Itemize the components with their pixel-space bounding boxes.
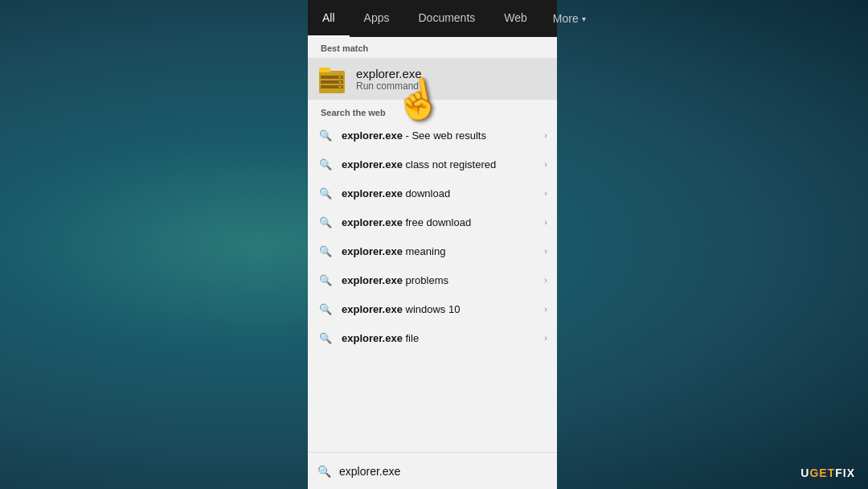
result-text-7: explorer.exe file — [342, 332, 541, 344]
result-text-1: explorer.exe class not registered — [342, 158, 541, 171]
search-bar-icon: 🔍 — [317, 465, 331, 478]
result-text-2: explorer.exe download — [342, 187, 541, 199]
best-match-text: explorer.exe Run command — [356, 67, 547, 92]
search-icon-0: 🔍 — [317, 127, 334, 143]
result-text-6: explorer.exe windows 10 — [342, 303, 541, 315]
best-match-item[interactable]: explorer.exe Run command — [308, 58, 557, 100]
best-match-title: explorer.exe — [356, 67, 547, 80]
search-web-header: Search the web — [308, 103, 557, 121]
result-item-3[interactable]: 🔍 explorer.exe free download › — [308, 208, 557, 236]
chevron-right-icon-0: › — [544, 130, 547, 140]
result-item-1[interactable]: 🔍 explorer.exe class not registered › — [308, 150, 557, 179]
tab-web[interactable]: Web — [489, 0, 542, 37]
chevron-right-icon-4: › — [544, 246, 547, 256]
best-match-header: Best match — [308, 37, 557, 58]
search-icon-1: 🔍 — [317, 156, 334, 172]
chevron-right-icon-5: › — [544, 275, 547, 285]
tabs-bar: All Apps Documents Web More ▾ — [308, 0, 557, 37]
tab-documents[interactable]: Documents — [403, 0, 489, 37]
result-item-7[interactable]: 🔍 explorer.exe file › — [308, 323, 557, 352]
search-icon-7: 🔍 — [317, 330, 334, 346]
result-item-5[interactable]: 🔍 explorer.exe problems › — [308, 265, 557, 294]
chevron-right-icon-7: › — [544, 333, 547, 343]
result-item-6[interactable]: 🔍 explorer.exe windows 10 › — [308, 294, 557, 323]
result-item-0[interactable]: 🔍 explorer.exe - See web results › — [308, 121, 557, 150]
search-icon-5: 🔍 — [317, 272, 334, 288]
chevron-right-icon-6: › — [544, 304, 547, 314]
tab-more[interactable]: More ▾ — [542, 0, 597, 37]
result-text-0: explorer.exe - See web results — [342, 129, 541, 142]
search-icon-2: 🔍 — [317, 185, 334, 201]
chevron-down-icon: ▾ — [582, 14, 586, 23]
search-icon-6: 🔍 — [317, 301, 334, 317]
app-icon — [317, 64, 346, 93]
results-area: Best match — [308, 37, 557, 452]
watermark-accent: GET — [809, 466, 835, 479]
result-text-5: explorer.exe problems — [342, 274, 541, 286]
search-bar: 🔍 — [308, 452, 557, 489]
tab-apps[interactable]: Apps — [350, 0, 404, 37]
tab-all[interactable]: All — [308, 0, 350, 37]
search-icon-3: 🔍 — [317, 214, 334, 230]
result-item-2[interactable]: 🔍 explorer.exe download › — [308, 179, 557, 208]
search-panel: All Apps Documents Web More ▾ Best match — [308, 0, 557, 489]
best-match-subtitle: Run command — [356, 80, 547, 92]
watermark: UGETFIX — [800, 466, 855, 479]
result-text-3: explorer.exe free download — [342, 216, 541, 228]
search-input[interactable] — [339, 465, 547, 478]
chevron-right-icon-2: › — [544, 188, 547, 198]
result-item-4[interactable]: 🔍 explorer.exe meaning › — [308, 236, 557, 265]
search-icon-4: 🔍 — [317, 243, 334, 259]
result-text-4: explorer.exe meaning — [342, 245, 541, 257]
chevron-right-icon-3: › — [544, 217, 547, 227]
chevron-right-icon-1: › — [544, 159, 547, 169]
